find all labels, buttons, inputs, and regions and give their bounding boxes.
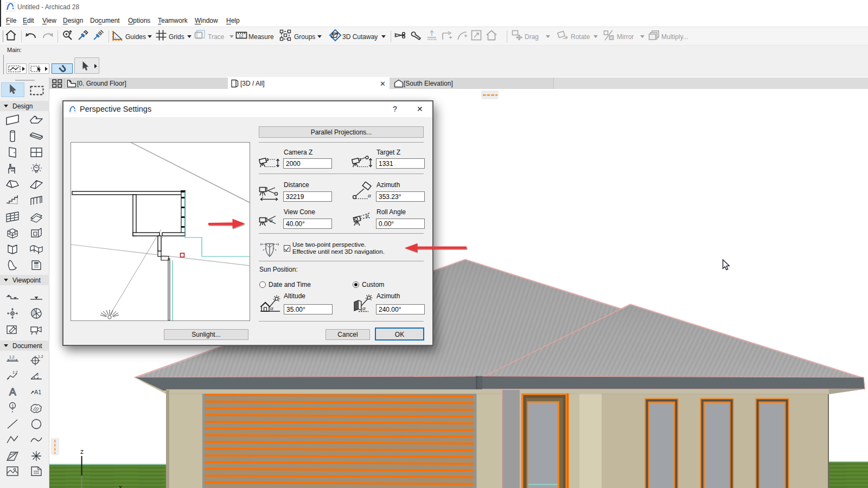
svg-text:x: x bbox=[119, 484, 122, 488]
svg-text:A1: A1 bbox=[34, 389, 41, 395]
svg-text:z: z bbox=[80, 448, 84, 455]
svg-text:α: α bbox=[270, 217, 273, 223]
svg-text:α: α bbox=[36, 372, 39, 377]
svg-text:α: α bbox=[362, 305, 366, 311]
svg-text:α: α bbox=[270, 305, 273, 311]
svg-text:α: α bbox=[368, 192, 371, 198]
svg-text:1.2: 1.2 bbox=[12, 370, 18, 374]
svg-text:1: 1 bbox=[11, 403, 14, 409]
svg-text:12: 12 bbox=[239, 34, 243, 38]
svg-text:1.2: 1.2 bbox=[38, 355, 43, 358]
svg-text:1.2: 1.2 bbox=[9, 355, 15, 359]
svg-text:α: α bbox=[366, 212, 369, 219]
svg-text:A: A bbox=[9, 386, 16, 397]
